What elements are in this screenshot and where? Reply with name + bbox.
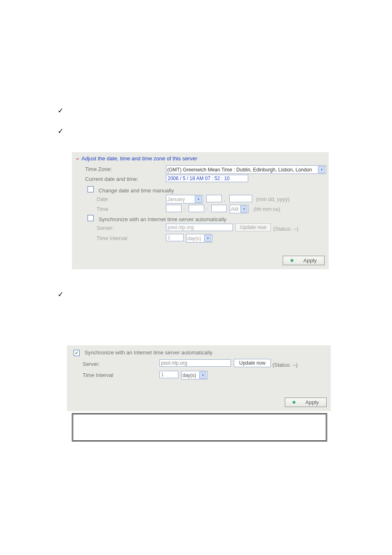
change-manually-row: Change date and time manually bbox=[88, 186, 174, 194]
date-month-select: January ▾ bbox=[166, 195, 203, 204]
chevron-down-icon: ▾ bbox=[240, 206, 247, 213]
apply-button[interactable]: Apply bbox=[283, 256, 325, 265]
server-input: pool.ntp.org bbox=[166, 224, 233, 231]
datetime-panel: –Adjust the date, time and time zone of … bbox=[72, 152, 329, 269]
current-datetime-label: Current date and time: bbox=[85, 176, 138, 182]
time-mm-input bbox=[189, 205, 204, 212]
time-ampm-select: AM ▾ bbox=[230, 205, 249, 213]
time-hint: (hh:mm:ss) bbox=[254, 206, 280, 212]
timezone-label: Time Zone: bbox=[85, 166, 112, 172]
sync-label-2: Synchronize with an Internet time server… bbox=[85, 349, 212, 356]
interval-unit-select: day(s) ▾ bbox=[186, 234, 212, 243]
time-colon-2: : bbox=[206, 206, 208, 212]
sync-checkbox[interactable] bbox=[88, 215, 94, 221]
collapse-icon[interactable]: – bbox=[76, 155, 79, 162]
time-ss-input bbox=[211, 205, 227, 212]
panel-title: –Adjust the date, time and time zone of … bbox=[76, 155, 197, 162]
sync-row: Synchronize with an Internet time server… bbox=[88, 215, 226, 222]
chevron-down-icon: ▾ bbox=[199, 372, 206, 379]
date-label: Date bbox=[97, 196, 108, 202]
sync-row-2: Synchronize with an Internet time server… bbox=[74, 349, 212, 356]
sync-panel: Synchronize with an Internet time server… bbox=[67, 345, 331, 411]
change-manually-checkbox[interactable] bbox=[88, 186, 94, 192]
chevron-down-icon: ▾ bbox=[195, 196, 202, 203]
date-day-input bbox=[206, 195, 222, 202]
server-input-2[interactable]: pool.ntp.org bbox=[159, 359, 231, 367]
update-now-button-2[interactable]: Update now bbox=[234, 359, 271, 367]
interval-unit-select-2[interactable]: day(s) ▾ bbox=[181, 371, 208, 379]
status-text-2: (Status: --) bbox=[272, 362, 297, 368]
chevron-down-icon: ▾ bbox=[204, 235, 211, 242]
apply-button-2[interactable]: Apply bbox=[285, 398, 327, 407]
change-manually-label: Change date and time manually bbox=[99, 187, 174, 194]
status-text: (Status: --) bbox=[273, 226, 298, 232]
interval-label-2: Time Interval bbox=[83, 372, 113, 378]
bullet-check-1: ✓ bbox=[58, 106, 64, 115]
update-now-button: Update now bbox=[235, 223, 271, 231]
bullet-check-3: ✓ bbox=[58, 290, 64, 299]
server-label-2: Server: bbox=[83, 361, 100, 367]
timezone-select[interactable]: (GMT) Greenwich Mean Time : Dublin, Edin… bbox=[166, 165, 326, 174]
current-datetime-value: 2006 / 5 / 18 AM 07 : 52 : 10 bbox=[166, 175, 248, 182]
time-hh-input bbox=[166, 205, 182, 212]
note-box bbox=[72, 413, 327, 442]
date-year-input bbox=[229, 195, 252, 202]
time-colon-1: : bbox=[184, 206, 185, 212]
dot-icon bbox=[291, 259, 293, 262]
date-hint: (mm dd, yyyy) bbox=[256, 196, 290, 202]
sync-label: Synchronize with an Internet time server… bbox=[99, 216, 226, 222]
server-label: Server: bbox=[97, 225, 114, 231]
time-label: Time bbox=[97, 206, 108, 212]
interval-input: 1 bbox=[166, 234, 184, 241]
interval-label: Time Interval bbox=[97, 235, 127, 241]
chevron-down-icon: ▾ bbox=[318, 166, 325, 173]
interval-input-2[interactable]: 1 bbox=[159, 371, 178, 378]
date-comma: , bbox=[224, 196, 226, 202]
dot-icon bbox=[293, 401, 295, 404]
bullet-check-2: ✓ bbox=[58, 127, 64, 136]
sync-checkbox-2[interactable] bbox=[74, 350, 80, 356]
